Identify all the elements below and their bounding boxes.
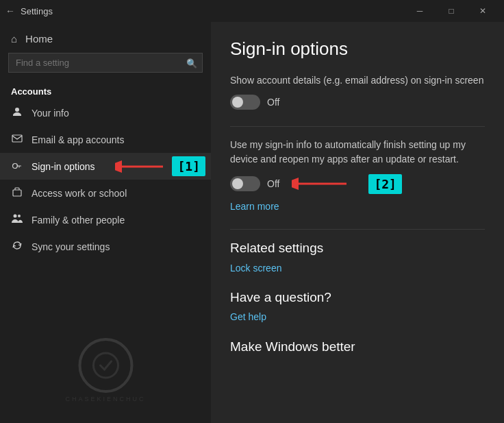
svg-point-5	[18, 215, 21, 217]
home-icon: ⌂	[11, 33, 17, 45]
question-block: Have a question? Get help	[230, 290, 485, 323]
accounts-section-label: Accounts	[0, 81, 211, 99]
make-windows-better-title: Make Windows better	[230, 339, 485, 354]
content-area: Sign-in options Show account details (e.…	[211, 22, 504, 423]
person-icon	[11, 106, 23, 119]
window-controls: ─ □ ✕	[404, 0, 499, 22]
get-help-link[interactable]: Get help	[230, 311, 266, 322]
sidebar-item-email-app-accounts[interactable]: Email & app accounts	[0, 126, 211, 153]
use-signin-toggle-label: Off	[267, 178, 279, 189]
question-title: Have a question?	[230, 290, 485, 305]
maximize-button[interactable]: □	[436, 0, 467, 22]
key-icon	[11, 160, 23, 173]
watermark: CHASEKIENCHUC	[65, 338, 145, 402]
sidebar-item-your-info[interactable]: Your info	[0, 99, 211, 126]
sign-in-options-label: Sign-in options	[32, 161, 95, 172]
sidebar-item-sign-in-options[interactable]: Sign-in options [1]	[0, 153, 211, 180]
briefcase-icon	[11, 186, 23, 200]
search-input[interactable]	[8, 53, 203, 73]
home-nav-item[interactable]: ⌂ Home	[0, 22, 211, 53]
arrow-annotation-1	[115, 156, 170, 177]
sidebar-item-family-other-people[interactable]: Family & other people	[0, 206, 211, 233]
show-account-toggle-row: Off	[230, 95, 485, 110]
svg-rect-0	[12, 135, 22, 142]
make-windows-better-block: Make Windows better	[230, 339, 485, 354]
family-icon	[11, 213, 23, 226]
your-info-label: Your info	[32, 108, 69, 119]
search-icon: 🔍	[186, 58, 197, 68]
related-settings-block: Related settings Lock screen	[230, 241, 485, 274]
title-bar: ← Settings ─ □ ✕	[0, 0, 504, 22]
page-title: Sign-in options	[230, 38, 485, 60]
divider-2	[230, 229, 485, 230]
email-app-accounts-label: Email & app accounts	[32, 134, 124, 145]
email-icon	[11, 133, 23, 146]
show-account-toggle-label: Off	[267, 97, 279, 108]
badge-2: [2]	[368, 174, 402, 194]
show-account-details-description: Show account details (e.g. email address…	[230, 73, 485, 88]
window-title: Settings	[21, 6, 404, 16]
badge-1: [1]	[172, 156, 205, 176]
use-signin-toggle-row: Off [2]	[230, 173, 485, 194]
minimize-button[interactable]: ─	[404, 0, 436, 22]
show-account-details-setting: Show account details (e.g. email address…	[230, 73, 485, 110]
use-signin-info-description: Use my sign-in info to automatically fin…	[230, 138, 485, 167]
svg-rect-3	[13, 190, 21, 196]
use-signin-toggle[interactable]	[230, 176, 260, 191]
sync-settings-label: Sync your settings	[32, 241, 110, 252]
arrow-annotation-2	[292, 173, 353, 194]
close-button[interactable]: ✕	[467, 0, 499, 22]
back-button[interactable]: ←	[5, 5, 15, 16]
svg-point-6	[93, 353, 118, 378]
search-container: 🔍	[8, 53, 203, 73]
svg-point-4	[14, 215, 17, 218]
home-label: Home	[25, 33, 53, 45]
sidebar: ⌂ Home 🔍 Accounts Your info	[0, 22, 211, 423]
use-signin-info-setting: Use my sign-in info to automatically fin…	[230, 138, 485, 213]
sync-icon	[11, 240, 23, 253]
lock-screen-link[interactable]: Lock screen	[230, 263, 485, 274]
learn-more-link[interactable]: Learn more	[230, 201, 279, 212]
family-other-people-label: Family & other people	[32, 215, 125, 226]
main-layout: ⌂ Home 🔍 Accounts Your info	[0, 22, 504, 423]
related-settings-title: Related settings	[230, 241, 485, 256]
access-work-school-label: Access work or school	[32, 188, 127, 199]
show-account-toggle[interactable]	[230, 95, 260, 110]
divider-1	[230, 126, 485, 127]
sidebar-item-sync-settings[interactable]: Sync your settings	[0, 233, 211, 260]
sidebar-item-access-work-school[interactable]: Access work or school	[0, 180, 211, 206]
